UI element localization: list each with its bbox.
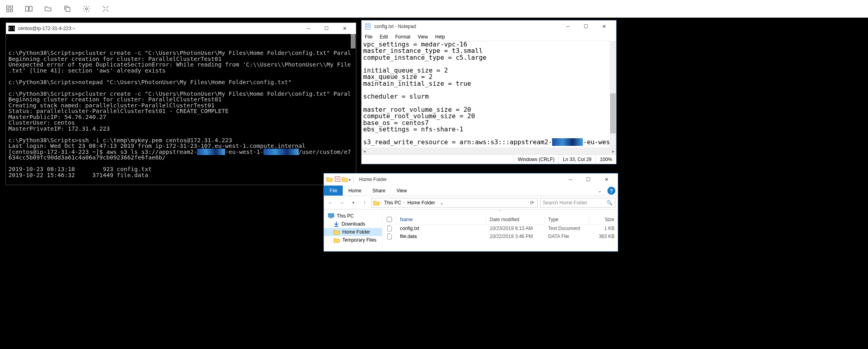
svg-point-7	[86, 8, 88, 10]
ribbon-view[interactable]: View	[391, 186, 412, 196]
explorer-ribbon: File Home Share View ⌄ ?	[324, 186, 618, 196]
file-icon	[382, 225, 397, 232]
search-input[interactable]: Search Home Folder 🔍	[540, 198, 615, 208]
notepad-titlebar[interactable]: config.txt - Notepad ─ ☐ ✕	[362, 20, 616, 32]
grid-icon[interactable]	[6, 5, 14, 13]
nav-forward-icon[interactable]: →	[338, 198, 346, 207]
settings-icon[interactable]	[82, 5, 90, 13]
dual-monitor-icon[interactable]	[25, 5, 33, 13]
terminal-title: centos@ip-172-31-4-223:~	[18, 26, 296, 31]
ribbon-share[interactable]: Share	[367, 186, 391, 196]
col-date[interactable]: Date modified	[486, 215, 545, 224]
svg-rect-13	[328, 214, 334, 217]
menu-help[interactable]: Help	[435, 34, 445, 40]
svg-rect-0	[7, 6, 9, 8]
explorer-title: Home Folder	[359, 177, 387, 182]
copy-icon[interactable]	[63, 5, 71, 13]
file-date: 10/23/2019 8:13 AM	[486, 226, 545, 231]
monitor-icon	[328, 213, 334, 219]
qat-newfolder-icon[interactable]	[342, 176, 348, 183]
close-button[interactable]: ✕	[336, 23, 354, 34]
minimize-button[interactable]: ─	[559, 21, 577, 32]
ribbon-home[interactable]: Home	[343, 186, 367, 196]
address-bar[interactable]: › This PC › Home Folder ⌄ ⟳	[371, 198, 538, 208]
svg-rect-1	[10, 6, 13, 8]
explorer-navbar: ← → ▾ ↑ › This PC › Home Folder ⌄ ⟳ Sear…	[324, 196, 618, 210]
menu-view[interactable]: View	[418, 34, 428, 40]
breadcrumb-seg[interactable]: Home Folder	[406, 200, 436, 206]
nav-up-icon[interactable]: ↑	[360, 198, 369, 207]
folder-icon	[334, 237, 340, 243]
qat-properties-icon[interactable]	[334, 176, 341, 184]
file-size: 1 KB	[589, 226, 618, 231]
file-icon	[382, 233, 397, 240]
file-type: Text Document	[545, 226, 589, 231]
explorer-window: ▾ Home Folder ─ ☐ ✕ File Home Share View…	[323, 173, 618, 252]
file-row[interactable]: config.txt 10/23/2019 8:13 AM Text Docum…	[382, 224, 618, 232]
notepad-vscrollbar[interactable]	[610, 41, 616, 148]
folder-icon	[373, 200, 380, 206]
tree-label: Temporary Files	[342, 237, 376, 243]
notepad-hscrollbar[interactable]: ◄►	[362, 148, 616, 154]
menu-format[interactable]: Format	[395, 34, 410, 40]
column-headers: Name Date modified Type Size	[382, 215, 618, 224]
terminal-window: C:\ centos@ip-172-31-4-223:~ ─ ☐ ✕ c:\Py…	[6, 22, 356, 185]
minimize-button[interactable]: ─	[299, 23, 317, 34]
menu-file[interactable]: File	[365, 34, 372, 40]
notepad-textarea[interactable]: vpc_settings = medar-vpc-16 master_insta…	[362, 41, 616, 148]
menu-edit[interactable]: Edit	[380, 34, 388, 40]
nav-back-icon[interactable]: ←	[326, 198, 335, 207]
svg-rect-14	[330, 218, 332, 218]
terminal-body[interactable]: c:\Python38\Scripts>pcluster create -c "…	[6, 34, 356, 185]
breadcrumb-seg[interactable]: This PC	[382, 200, 403, 206]
help-icon[interactable]: ?	[607, 187, 615, 195]
qat-dropdown-icon[interactable]: ▾	[349, 178, 351, 182]
ribbon-file[interactable]: File	[324, 186, 343, 196]
minimize-button[interactable]: ─	[561, 174, 579, 185]
maximize-button[interactable]: ☐	[579, 174, 597, 185]
notepad-menubar: File Edit Format View Help	[362, 32, 616, 41]
ribbon-expand-icon[interactable]: ⌄	[595, 186, 605, 196]
tree-this-pc[interactable]: This PC	[324, 212, 382, 220]
close-button[interactable]: ✕	[597, 174, 615, 185]
explorer-body: This PC Downloads Home Folder Temporary …	[324, 210, 618, 251]
nav-history-icon[interactable]: ▾	[349, 198, 358, 207]
expand-icon[interactable]	[102, 5, 110, 13]
folder-icon[interactable]	[44, 5, 52, 13]
download-icon	[334, 221, 339, 227]
address-expand-icon[interactable]: ⌄	[438, 200, 445, 206]
svg-rect-2	[7, 10, 9, 12]
col-type[interactable]: Type	[545, 215, 589, 224]
col-size[interactable]: Size	[589, 215, 618, 224]
terminal-scrollbar[interactable]	[350, 34, 356, 185]
scrollbar-thumb[interactable]	[351, 34, 356, 48]
refresh-icon[interactable]: ⟳	[528, 200, 536, 206]
terminal-titlebar[interactable]: C:\ centos@ip-172-31-4-223:~ ─ ☐ ✕	[6, 23, 356, 34]
file-row[interactable]: file.data 10/22/2019 3:46 PM DATA File 3…	[382, 232, 618, 240]
scrollbar-thumb[interactable]	[610, 93, 616, 133]
tree-temp-files[interactable]: Temporary Files	[324, 236, 382, 244]
tree-label: This PC	[337, 213, 354, 219]
collapse-header-icon[interactable]: ⌃	[382, 210, 618, 214]
tree-home-folder[interactable]: Home Folder	[324, 228, 382, 236]
tree-label: Home Folder	[342, 229, 370, 235]
tree-label: Downloads	[342, 221, 365, 227]
file-size: 363 KB	[589, 234, 618, 239]
notepad-title: config.txt - Notepad	[374, 24, 556, 29]
close-button[interactable]: ✕	[595, 21, 613, 32]
notepad-icon	[365, 23, 371, 30]
tree-downloads[interactable]: Downloads	[324, 220, 382, 228]
status-position: Ln 33, Col 29	[559, 155, 595, 164]
maximize-button[interactable]: ☐	[577, 21, 595, 32]
select-all-checkbox[interactable]	[382, 215, 397, 224]
search-icon[interactable]: 🔍	[607, 200, 613, 206]
qat-folder-icon[interactable]	[326, 176, 334, 183]
notepad-window: config.txt - Notepad ─ ☐ ✕ File Edit For…	[361, 20, 617, 164]
svg-rect-4	[26, 6, 28, 11]
maximize-button[interactable]: ☐	[317, 23, 336, 34]
nav-tree: This PC Downloads Home Folder Temporary …	[324, 210, 382, 251]
terminal-title-icon: C:\	[8, 26, 15, 31]
file-name: file.data	[397, 234, 486, 239]
explorer-titlebar[interactable]: ▾ Home Folder ─ ☐ ✕	[324, 173, 618, 186]
col-name[interactable]: Name	[397, 215, 486, 224]
